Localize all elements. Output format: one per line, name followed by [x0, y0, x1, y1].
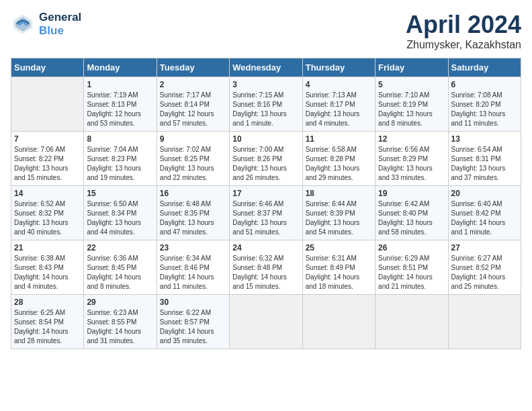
calendar-cell: 30Sunrise: 6:22 AMSunset: 8:57 PMDayligh…: [157, 295, 229, 349]
calendar-cell: [302, 295, 375, 349]
calendar-cell: 13Sunrise: 6:54 AMSunset: 8:31 PMDayligh…: [448, 132, 521, 186]
cell-info: Sunrise: 7:06 AMSunset: 8:22 PMDaylight:…: [14, 145, 81, 183]
calendar-cell: 2Sunrise: 7:17 AMSunset: 8:14 PMDaylight…: [157, 77, 229, 132]
calendar-cell: [230, 295, 302, 349]
calendar-cell: [11, 77, 84, 132]
cell-info: Sunrise: 7:02 AMSunset: 8:25 PMDaylight:…: [160, 145, 226, 183]
cell-info: Sunrise: 7:17 AMSunset: 8:14 PMDaylight:…: [160, 91, 226, 128]
calendar-cell: 10Sunrise: 7:00 AMSunset: 8:26 PMDayligh…: [230, 132, 302, 186]
day-number: 9: [160, 134, 226, 144]
day-number: 10: [232, 134, 299, 144]
calendar-cell: 3Sunrise: 7:15 AMSunset: 8:16 PMDaylight…: [230, 77, 302, 132]
calendar-week-row: 28Sunrise: 6:25 AMSunset: 8:54 PMDayligh…: [11, 295, 521, 349]
cell-info: Sunrise: 6:42 AMSunset: 8:40 PMDaylight:…: [378, 199, 445, 237]
day-number: 11: [306, 134, 372, 144]
day-number: 21: [14, 243, 81, 253]
calendar-cell: 11Sunrise: 6:58 AMSunset: 8:28 PMDayligh…: [302, 132, 375, 186]
calendar-cell: 7Sunrise: 7:06 AMSunset: 8:22 PMDaylight…: [11, 132, 84, 186]
cell-info: Sunrise: 6:23 AMSunset: 8:55 PMDaylight:…: [87, 308, 153, 346]
day-number: 18: [306, 189, 372, 198]
weekday-header-tuesday: Tuesday: [157, 58, 229, 77]
cell-info: Sunrise: 6:52 AMSunset: 8:32 PMDaylight:…: [14, 199, 81, 237]
calendar-week-row: 7Sunrise: 7:06 AMSunset: 8:22 PMDaylight…: [11, 132, 521, 186]
cell-info: Sunrise: 7:19 AMSunset: 8:13 PMDaylight:…: [87, 91, 153, 128]
calendar-header-row: SundayMondayTuesdayWednesdayThursdayFrid…: [11, 58, 521, 77]
calendar-cell: 18Sunrise: 6:44 AMSunset: 8:39 PMDayligh…: [302, 186, 375, 240]
page-subtitle: Zhumysker, Kazakhstan: [406, 39, 521, 51]
day-number: 12: [378, 134, 445, 144]
cell-info: Sunrise: 6:27 AMSunset: 8:52 PMDaylight:…: [451, 254, 518, 291]
calendar-cell: 8Sunrise: 7:04 AMSunset: 8:23 PMDaylight…: [84, 132, 157, 186]
calendar-cell: 26Sunrise: 6:29 AMSunset: 8:51 PMDayligh…: [375, 240, 448, 295]
weekday-header-friday: Friday: [375, 58, 448, 77]
day-number: 23: [160, 243, 226, 253]
day-number: 30: [160, 298, 226, 307]
cell-info: Sunrise: 7:15 AMSunset: 8:16 PMDaylight:…: [232, 91, 299, 128]
calendar-cell: 5Sunrise: 7:10 AMSunset: 8:19 PMDaylight…: [375, 77, 448, 132]
day-number: 13: [451, 134, 518, 144]
weekday-header-wednesday: Wednesday: [230, 58, 302, 77]
cell-info: Sunrise: 6:50 AMSunset: 8:34 PMDaylight:…: [87, 199, 153, 237]
day-number: 16: [160, 189, 226, 198]
cell-info: Sunrise: 6:22 AMSunset: 8:57 PMDaylight:…: [160, 308, 226, 346]
day-number: 8: [87, 134, 153, 144]
cell-info: Sunrise: 6:25 AMSunset: 8:54 PMDaylight:…: [14, 308, 81, 346]
logo-icon: [11, 12, 35, 36]
calendar-cell: 19Sunrise: 6:42 AMSunset: 8:40 PMDayligh…: [375, 186, 448, 240]
cell-info: Sunrise: 7:00 AMSunset: 8:26 PMDaylight:…: [232, 145, 299, 183]
cell-info: Sunrise: 7:04 AMSunset: 8:23 PMDaylight:…: [87, 145, 153, 183]
logo: General Blue: [11, 11, 81, 38]
calendar-cell: 20Sunrise: 6:40 AMSunset: 8:42 PMDayligh…: [448, 186, 521, 240]
calendar-week-row: 14Sunrise: 6:52 AMSunset: 8:32 PMDayligh…: [11, 186, 521, 240]
calendar-week-row: 21Sunrise: 6:38 AMSunset: 8:43 PMDayligh…: [11, 240, 521, 295]
calendar-cell: 9Sunrise: 7:02 AMSunset: 8:25 PMDaylight…: [157, 132, 229, 186]
day-number: 2: [160, 80, 226, 89]
day-number: 25: [306, 243, 372, 253]
calendar-cell: 21Sunrise: 6:38 AMSunset: 8:43 PMDayligh…: [11, 240, 84, 295]
day-number: 29: [87, 298, 153, 307]
calendar-cell: 6Sunrise: 7:08 AMSunset: 8:20 PMDaylight…: [448, 77, 521, 132]
day-number: 7: [14, 134, 81, 144]
cell-info: Sunrise: 6:58 AMSunset: 8:28 PMDaylight:…: [306, 145, 372, 183]
calendar-cell: 27Sunrise: 6:27 AMSunset: 8:52 PMDayligh…: [448, 240, 521, 295]
day-number: 24: [232, 243, 299, 253]
calendar-table: SundayMondayTuesdayWednesdayThursdayFrid…: [11, 58, 521, 349]
day-number: 5: [378, 80, 445, 89]
calendar-cell: 25Sunrise: 6:31 AMSunset: 8:49 PMDayligh…: [302, 240, 375, 295]
cell-info: Sunrise: 7:13 AMSunset: 8:17 PMDaylight:…: [306, 91, 372, 128]
calendar-cell: [448, 295, 521, 349]
title-area: April 2024 Zhumysker, Kazakhstan: [406, 11, 521, 51]
day-number: 19: [378, 189, 445, 198]
day-number: 3: [232, 80, 299, 89]
calendar-cell: 23Sunrise: 6:34 AMSunset: 8:46 PMDayligh…: [157, 240, 229, 295]
logo-text: General Blue: [39, 11, 81, 38]
cell-info: Sunrise: 6:29 AMSunset: 8:51 PMDaylight:…: [378, 254, 445, 291]
cell-info: Sunrise: 6:46 AMSunset: 8:37 PMDaylight:…: [232, 199, 299, 237]
page-title: April 2024: [406, 11, 521, 39]
weekday-header-saturday: Saturday: [448, 58, 521, 77]
calendar-cell: [375, 295, 448, 349]
cell-info: Sunrise: 6:40 AMSunset: 8:42 PMDaylight:…: [451, 199, 518, 237]
cell-info: Sunrise: 6:32 AMSunset: 8:48 PMDaylight:…: [232, 254, 299, 291]
cell-info: Sunrise: 7:08 AMSunset: 8:20 PMDaylight:…: [451, 91, 518, 128]
weekday-header-thursday: Thursday: [302, 58, 375, 77]
cell-info: Sunrise: 6:44 AMSunset: 8:39 PMDaylight:…: [306, 199, 372, 237]
day-number: 27: [451, 243, 518, 253]
header: General Blue April 2024 Zhumysker, Kazak…: [11, 11, 521, 51]
calendar-cell: 12Sunrise: 6:56 AMSunset: 8:29 PMDayligh…: [375, 132, 448, 186]
day-number: 6: [451, 80, 518, 89]
calendar-cell: 15Sunrise: 6:50 AMSunset: 8:34 PMDayligh…: [84, 186, 157, 240]
cell-info: Sunrise: 6:38 AMSunset: 8:43 PMDaylight:…: [14, 254, 81, 291]
cell-info: Sunrise: 7:10 AMSunset: 8:19 PMDaylight:…: [378, 91, 445, 128]
cell-info: Sunrise: 6:31 AMSunset: 8:49 PMDaylight:…: [306, 254, 372, 291]
cell-info: Sunrise: 6:34 AMSunset: 8:46 PMDaylight:…: [160, 254, 226, 291]
cell-info: Sunrise: 6:48 AMSunset: 8:35 PMDaylight:…: [160, 199, 226, 237]
day-number: 14: [14, 189, 81, 198]
calendar-cell: 29Sunrise: 6:23 AMSunset: 8:55 PMDayligh…: [84, 295, 157, 349]
calendar-cell: 24Sunrise: 6:32 AMSunset: 8:48 PMDayligh…: [230, 240, 302, 295]
day-number: 15: [87, 189, 153, 198]
calendar-cell: 4Sunrise: 7:13 AMSunset: 8:17 PMDaylight…: [302, 77, 375, 132]
calendar-cell: 17Sunrise: 6:46 AMSunset: 8:37 PMDayligh…: [230, 186, 302, 240]
day-number: 22: [87, 243, 153, 253]
calendar-cell: 16Sunrise: 6:48 AMSunset: 8:35 PMDayligh…: [157, 186, 229, 240]
